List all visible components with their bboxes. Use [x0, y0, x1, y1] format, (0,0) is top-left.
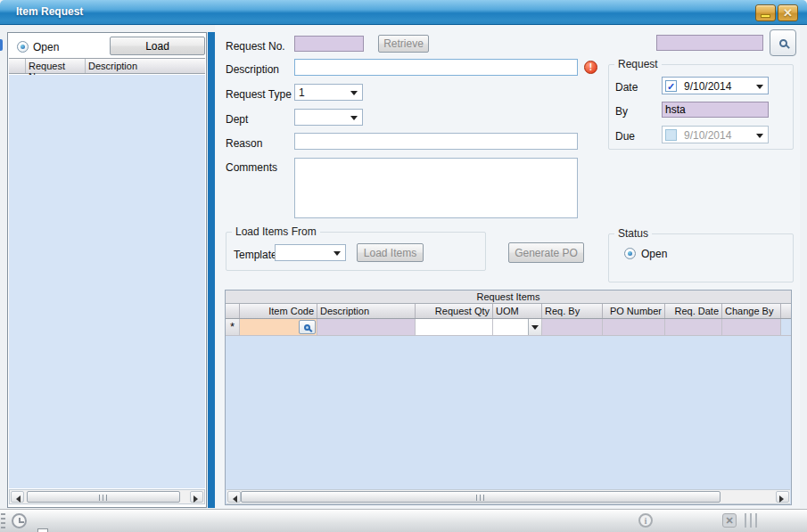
req-date-cell: [665, 319, 722, 336]
uom-column-header[interactable]: UOM: [493, 304, 542, 318]
request-items-area: Request Items Item Code Description Requ…: [225, 290, 792, 505]
titlebar[interactable]: Item Request ✕: [0, 0, 807, 25]
minimize-button[interactable]: [755, 4, 776, 21]
scrollbar-thumb[interactable]: [27, 491, 180, 503]
lookup-icon: [304, 324, 310, 331]
retrieve-button[interactable]: Retrieve: [378, 35, 429, 53]
po-number-cell: [603, 319, 665, 336]
item-code-column-header[interactable]: Item Code: [240, 304, 317, 318]
by-label: By: [615, 105, 628, 118]
new-row-marker[interactable]: *: [226, 319, 240, 336]
request-list-hscrollbar[interactable]: [9, 489, 205, 504]
change-by-cell: [722, 319, 781, 336]
chevron-down-icon: [756, 85, 763, 89]
chevron-down-icon: [756, 134, 763, 138]
print-icon[interactable]: [34, 528, 52, 532]
date-checkbox[interactable]: ✓: [665, 80, 677, 92]
request-list-body[interactable]: [9, 75, 205, 488]
request-group-title: Request: [614, 58, 662, 70]
description-label: Description: [226, 63, 279, 76]
chevron-down-icon: [350, 116, 358, 120]
info-icon[interactable]: i: [638, 513, 653, 528]
request-items-caption: Request Items: [226, 291, 791, 304]
request-no-field: [294, 36, 364, 52]
status-group: Status: [608, 233, 794, 282]
due-value: 9/10/2014: [684, 129, 731, 142]
load-items-button[interactable]: Load Items: [357, 243, 424, 262]
filler-cell: [781, 319, 791, 336]
request-type-value: 1: [299, 86, 305, 99]
description-cell[interactable]: [317, 319, 416, 336]
item-code-cell[interactable]: [240, 319, 317, 336]
clock-icon[interactable]: [12, 513, 27, 528]
panel-splitter[interactable]: [208, 32, 215, 508]
scroll-right-arrow[interactable]: [190, 491, 203, 503]
scroll-left-arrow[interactable]: [11, 491, 24, 503]
generate-po-button[interactable]: Generate PO: [508, 242, 584, 263]
filler-column-header: [781, 304, 791, 318]
validation-error-icon: !: [584, 61, 597, 74]
comments-label: Comments: [226, 161, 277, 174]
reason-label: Reason: [226, 137, 262, 150]
scroll-left-arrow[interactable]: [227, 491, 241, 503]
po-number-column-header[interactable]: PO Number: [603, 304, 665, 318]
close-icon: ✕: [783, 7, 793, 19]
request-qty-cell[interactable]: [416, 319, 493, 336]
description-column-header[interactable]: Description: [317, 304, 416, 318]
chevron-down-icon: [350, 91, 358, 95]
request-list-header: Request No. Description: [9, 58, 205, 74]
due-label: Due: [615, 130, 635, 143]
open-filter-label: Open: [33, 41, 59, 53]
request-list-panel: Open Load Request No. Description: [7, 32, 207, 508]
quick-search-field[interactable]: [656, 35, 763, 51]
change-by-column-header[interactable]: Change By: [722, 304, 781, 318]
comments-textarea[interactable]: [294, 158, 578, 218]
template-dropdown[interactable]: [275, 244, 346, 261]
window-title: Item Request: [16, 5, 83, 18]
new-item-row: *: [226, 319, 791, 336]
docked-edge-artifact: [0, 39, 3, 51]
by-field: [662, 102, 769, 118]
search-icon: [779, 39, 787, 47]
due-checkbox[interactable]: [665, 129, 677, 141]
uom-cell[interactable]: [493, 319, 542, 336]
separator-bars: [745, 513, 757, 528]
status-open-radio[interactable]: [624, 248, 636, 259]
request-type-dropdown[interactable]: 1: [294, 84, 363, 101]
req-by-column-header[interactable]: Req. By: [542, 304, 603, 318]
description-input[interactable]: [294, 59, 578, 76]
statusbar: i ✕ +: [0, 509, 807, 532]
date-picker[interactable]: ✓ 9/10/2014: [662, 77, 769, 94]
row-selector-header[interactable]: [226, 304, 240, 318]
dept-label: Dept: [226, 113, 248, 126]
open-filter-radio[interactable]: [17, 41, 29, 53]
delete-icon[interactable]: ✕: [722, 513, 737, 528]
dept-dropdown[interactable]: [294, 109, 363, 126]
items-hscrollbar[interactable]: [226, 489, 790, 504]
chevron-down-icon: [334, 251, 341, 256]
reason-input[interactable]: [294, 133, 578, 150]
scroll-right-arrow[interactable]: [776, 491, 789, 503]
date-value: 9/10/2014: [684, 80, 731, 93]
item-lookup-button[interactable]: [299, 320, 316, 334]
due-date-picker[interactable]: 9/10/2014: [662, 126, 769, 143]
request-qty-column-header[interactable]: Request Qty: [416, 304, 493, 318]
req-date-column-header[interactable]: Req. Date: [665, 304, 722, 318]
load-items-group-title: Load Items From: [232, 225, 320, 238]
close-button[interactable]: ✕: [778, 4, 798, 21]
request-type-label: Request Type: [226, 88, 292, 101]
request-no-label: Request No.: [226, 40, 285, 53]
date-label: Date: [615, 81, 638, 94]
status-group-title: Status: [614, 227, 652, 240]
uom-dropdown-button[interactable]: [528, 319, 541, 335]
request-items-header-row: Item Code Description Request Qty UOM Re…: [226, 304, 791, 319]
description-column-header[interactable]: Description: [86, 59, 205, 73]
search-button[interactable]: [770, 29, 796, 56]
load-button[interactable]: Load: [110, 37, 205, 55]
template-label: Template: [234, 249, 277, 261]
request-no-column-header[interactable]: Request No.: [26, 59, 86, 73]
minimize-icon: [761, 14, 770, 18]
scrollbar-thumb[interactable]: [241, 491, 721, 503]
row-selector-header[interactable]: [9, 59, 26, 73]
statusbar-grip[interactable]: [1, 513, 5, 529]
